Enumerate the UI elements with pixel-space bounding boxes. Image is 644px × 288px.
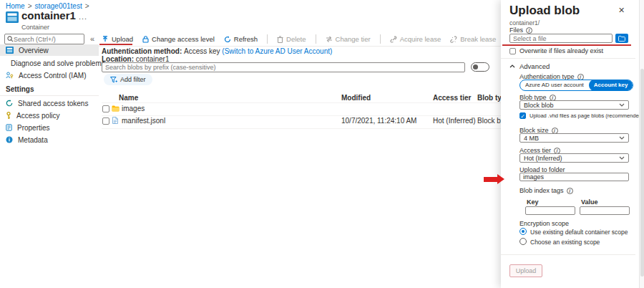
column-header-access-tier[interactable]: Access tier xyxy=(433,94,471,102)
table-row-divider xyxy=(102,128,501,129)
vhd-checkbox[interactable]: ✓ xyxy=(519,112,526,119)
refresh-button[interactable]: Refresh xyxy=(224,35,258,43)
change-access-level-label: Change access level xyxy=(152,35,215,43)
sidebar-item-metadata-label: Metadata xyxy=(18,136,48,144)
sidebar-item-properties-label: Properties xyxy=(17,124,50,132)
resource-search-input[interactable] xyxy=(14,36,78,43)
sidebar-item-access-policy[interactable]: Access policy xyxy=(0,110,99,121)
table-row-manifest-access-tier: Hot (Inferred) xyxy=(433,117,475,125)
toggle-knob xyxy=(473,64,478,69)
encryption-choose-radio[interactable] xyxy=(519,238,527,245)
resource-search xyxy=(4,34,84,44)
change-access-level-button[interactable]: Change access level xyxy=(142,35,215,43)
table-row-images-name[interactable]: images xyxy=(122,105,145,112)
iam-person-icon xyxy=(6,72,14,79)
advanced-section-toggle[interactable]: Advanced xyxy=(519,62,550,70)
metadata-info-icon xyxy=(6,136,13,143)
collapse-sidebar-icon[interactable]: « xyxy=(90,34,94,43)
overwrite-checkbox[interactable] xyxy=(509,48,516,54)
properties-icon xyxy=(6,124,12,131)
encryption-default-radio[interactable] xyxy=(519,228,527,235)
column-header-modified[interactable]: Modified xyxy=(341,94,371,102)
sidebar-item-diagnose[interactable]: Diagnose and solve problems xyxy=(0,57,99,69)
blob-type-select[interactable]: Block blob xyxy=(519,100,629,110)
encryption-scope-label: Encryption scope xyxy=(519,220,569,227)
encryption-default-label: Use existing default container scope xyxy=(530,229,628,236)
toolbar-divider xyxy=(316,34,316,44)
acquire-lease-button[interactable]: Acquire lease xyxy=(390,35,441,43)
blob-index-tags-label-row: Blob index tags i xyxy=(519,187,573,194)
sidebar-item-access-control-label: Access Control (IAM) xyxy=(19,72,86,80)
sidebar-item-shared-access-tokens[interactable]: Shared access tokens xyxy=(0,97,99,109)
change-tier-button[interactable]: Change tier xyxy=(326,35,371,43)
panel-scrollbar[interactable] xyxy=(639,0,644,288)
acquire-lease-label: Acquire lease xyxy=(400,35,441,43)
key-icon xyxy=(6,112,11,120)
show-deleted-blobs-toggle[interactable] xyxy=(471,62,489,72)
switch-auth-link[interactable]: (Switch to Azure AD User Account) xyxy=(222,47,332,55)
table-row-manifest-name[interactable]: manifest.jsonl xyxy=(122,117,165,125)
row-checkbox[interactable] xyxy=(102,105,109,112)
sidebar-item-properties[interactable]: Properties xyxy=(0,122,99,133)
filter-icon xyxy=(110,77,117,83)
upload-toolbar-label: Upload xyxy=(112,35,133,43)
tag-key-input[interactable] xyxy=(525,206,575,215)
auth-option-account-key[interactable]: Account key xyxy=(589,80,633,91)
sidebar-settings-header: Settings xyxy=(6,85,34,93)
upload-toolbar-button[interactable]: Upload xyxy=(102,35,133,43)
chevron-down-icon xyxy=(619,136,625,140)
lease-icon xyxy=(390,36,397,43)
add-filter-label: Add filter xyxy=(120,76,146,83)
table-header-divider xyxy=(102,102,501,103)
upload-blob-panel: Upload blob ✕ container1/ Files i Overwr… xyxy=(501,0,644,288)
chevron-up-icon xyxy=(509,64,515,68)
auth-method-line: Authentication method: Access key (Switc… xyxy=(102,47,332,55)
panel-footer-divider xyxy=(501,254,635,255)
sidebar-item-metadata[interactable]: Metadata xyxy=(0,134,99,145)
refresh-icon xyxy=(224,36,231,43)
toolbar-divider xyxy=(380,34,381,44)
sidebar-divider xyxy=(0,95,99,96)
azure-portal-screen: Home>storage001test> container1 ... Cont… xyxy=(0,0,644,288)
panel-divider xyxy=(501,58,635,59)
column-header-name[interactable]: Name xyxy=(119,94,138,102)
add-filter-button[interactable]: Add filter xyxy=(104,74,152,85)
scrollbar-thumb[interactable] xyxy=(640,69,644,277)
tag-key-header: Key xyxy=(527,198,539,206)
auth-type-pill: Azure AD user account Account key xyxy=(519,80,633,91)
upload-submit-button[interactable]: Upload xyxy=(509,264,542,277)
toolbar-divider xyxy=(267,34,268,44)
blob-type-value: Block blob xyxy=(524,102,554,109)
auth-method-label: Authentication method: xyxy=(102,47,182,55)
check-icon: ✓ xyxy=(520,113,525,120)
info-icon[interactable]: i xyxy=(526,27,532,34)
access-tier-select[interactable]: Hot (Inferred) xyxy=(519,153,629,163)
page-title: container1 xyxy=(21,9,76,21)
delete-label: Delete xyxy=(286,35,306,43)
close-icon[interactable]: ✕ xyxy=(618,6,625,15)
browse-files-button[interactable] xyxy=(615,34,628,43)
row-checkbox[interactable] xyxy=(102,117,109,125)
sidebar-item-access-control[interactable]: Access Control (IAM) xyxy=(0,69,99,81)
more-menu-button[interactable]: ... xyxy=(79,12,87,21)
file-select-input[interactable] xyxy=(509,34,613,43)
upload-folder-input[interactable] xyxy=(519,173,629,181)
block-size-select[interactable]: 4 MB xyxy=(519,133,629,143)
chevron-down-icon xyxy=(619,103,625,107)
shared-access-tokens-icon xyxy=(6,100,13,107)
sidebar-item-overview[interactable]: Overview xyxy=(0,44,99,56)
blob-search-input[interactable] xyxy=(105,64,449,71)
container-icon xyxy=(6,11,19,23)
lock-icon xyxy=(142,36,149,43)
encryption-choose-label: Choose an existing scope xyxy=(530,239,600,246)
info-icon[interactable]: i xyxy=(567,188,573,194)
change-tier-icon xyxy=(326,36,333,42)
auth-option-azure-ad[interactable]: Azure AD user account xyxy=(520,80,589,91)
folder-icon xyxy=(112,105,119,112)
break-lease-button[interactable]: Break lease xyxy=(450,35,496,43)
break-lease-icon xyxy=(450,36,457,43)
panel-subtitle: container1/ xyxy=(509,19,540,27)
files-label-row: Files i xyxy=(509,27,532,34)
tag-value-input[interactable] xyxy=(580,206,630,215)
delete-button[interactable]: Delete xyxy=(277,35,306,43)
